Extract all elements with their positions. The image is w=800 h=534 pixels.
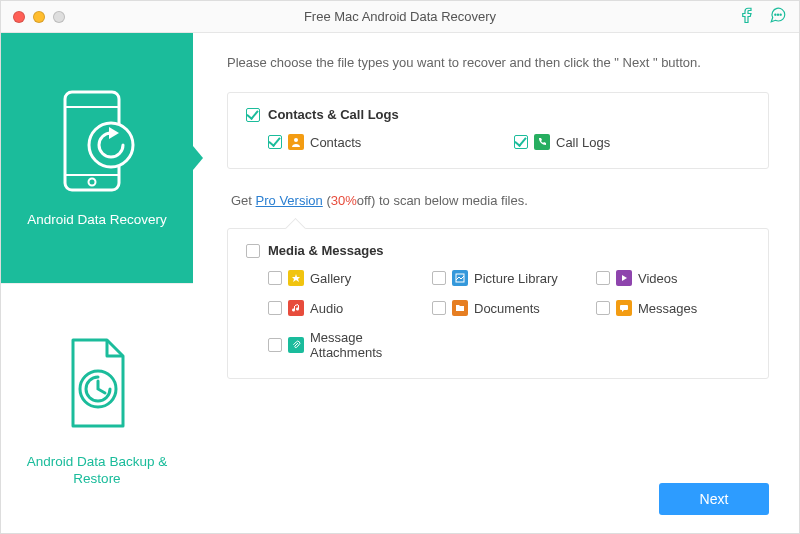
group-title-label: Contacts & Call Logs [268, 107, 399, 122]
phone-recovery-icon [42, 87, 152, 197]
checkbox-media-group[interactable] [246, 244, 260, 258]
window-controls [13, 11, 65, 23]
picture-library-icon [452, 270, 468, 286]
svg-point-0 [775, 14, 776, 15]
facebook-icon[interactable] [739, 6, 757, 27]
option-label: Videos [638, 271, 678, 286]
option-label: Messages [638, 301, 697, 316]
option-label: Gallery [310, 271, 351, 286]
checkbox-gallery[interactable] [268, 271, 282, 285]
option-call-logs[interactable]: Call Logs [514, 134, 750, 150]
audio-icon [288, 300, 304, 316]
group-contacts-call-logs: Contacts & Call Logs Contacts Call Logs [227, 92, 769, 169]
group-title-label: Media & Messages [268, 243, 384, 258]
svg-point-1 [777, 14, 778, 15]
videos-icon [616, 270, 632, 286]
contacts-icon [288, 134, 304, 150]
option-gallery[interactable]: Gallery [268, 270, 422, 286]
option-label: Picture Library [474, 271, 558, 286]
pro-upsell-text: Get Pro Version (30%off) to scan below m… [231, 193, 769, 208]
option-label: Contacts [310, 135, 361, 150]
checkbox-videos[interactable] [596, 271, 610, 285]
group-title-media[interactable]: Media & Messages [246, 243, 750, 258]
group-title-contacts[interactable]: Contacts & Call Logs [246, 107, 750, 122]
footer: Next [227, 483, 769, 515]
checkbox-picture-library[interactable] [432, 271, 446, 285]
checkbox-audio[interactable] [268, 301, 282, 315]
checkbox-contacts[interactable] [268, 135, 282, 149]
next-button[interactable]: Next [659, 483, 769, 515]
option-label: Audio [310, 301, 343, 316]
svg-marker-15 [622, 310, 624, 312]
feedback-icon[interactable] [769, 6, 787, 27]
call-logs-icon [534, 134, 550, 150]
svg-marker-13 [622, 275, 627, 281]
checkbox-call-logs[interactable] [514, 135, 528, 149]
pro-version-link[interactable]: Pro Version [256, 193, 323, 208]
minimize-window-button[interactable] [33, 11, 45, 23]
option-label: Call Logs [556, 135, 610, 150]
window-title: Free Mac Android Data Recovery [304, 9, 496, 24]
instruction-text: Please choose the file types you want to… [227, 55, 769, 70]
checkbox-messages[interactable] [596, 301, 610, 315]
app-window: Free Mac Android Data Recovery [0, 0, 800, 534]
option-picture-library[interactable]: Picture Library [432, 270, 586, 286]
sidebar-item-data-recovery[interactable]: Android Data Recovery [1, 33, 193, 283]
option-audio[interactable]: Audio [268, 300, 422, 316]
sidebar: Android Data Recovery Android Data Backu… [1, 33, 193, 533]
svg-point-6 [89, 178, 96, 185]
svg-point-2 [780, 14, 781, 15]
zoom-window-button[interactable] [53, 11, 65, 23]
checkbox-contacts-group[interactable] [246, 108, 260, 122]
option-documents[interactable]: Documents [432, 300, 586, 316]
gallery-icon [288, 270, 304, 286]
main-content: Please choose the file types you want to… [193, 33, 799, 533]
checkbox-message-attachments[interactable] [268, 338, 282, 352]
file-backup-icon [42, 329, 152, 439]
body: Android Data Recovery Android Data Backu… [1, 33, 799, 533]
close-window-button[interactable] [13, 11, 25, 23]
svg-marker-11 [292, 274, 300, 282]
messages-icon [616, 300, 632, 316]
option-videos[interactable]: Videos [596, 270, 750, 286]
pro-discount: 30% [331, 193, 357, 208]
attachments-icon [288, 337, 304, 353]
sidebar-item-backup-restore[interactable]: Android Data Backup & Restore [1, 283, 193, 534]
group-media-messages: Media & Messages Gallery Picture Library [227, 228, 769, 379]
option-messages[interactable]: Messages [596, 300, 750, 316]
option-label: Documents [474, 301, 540, 316]
option-label: Message Attachments [310, 330, 422, 360]
svg-rect-14 [620, 305, 628, 310]
documents-icon [452, 300, 468, 316]
option-message-attachments[interactable]: Message Attachments [268, 330, 422, 360]
titlebar: Free Mac Android Data Recovery [1, 1, 799, 33]
titlebar-actions [739, 6, 787, 27]
checkbox-documents[interactable] [432, 301, 446, 315]
svg-point-10 [294, 138, 298, 142]
sidebar-item-label: Android Data Backup & Restore [11, 453, 183, 488]
sidebar-item-label: Android Data Recovery [27, 211, 167, 229]
option-contacts[interactable]: Contacts [268, 134, 504, 150]
